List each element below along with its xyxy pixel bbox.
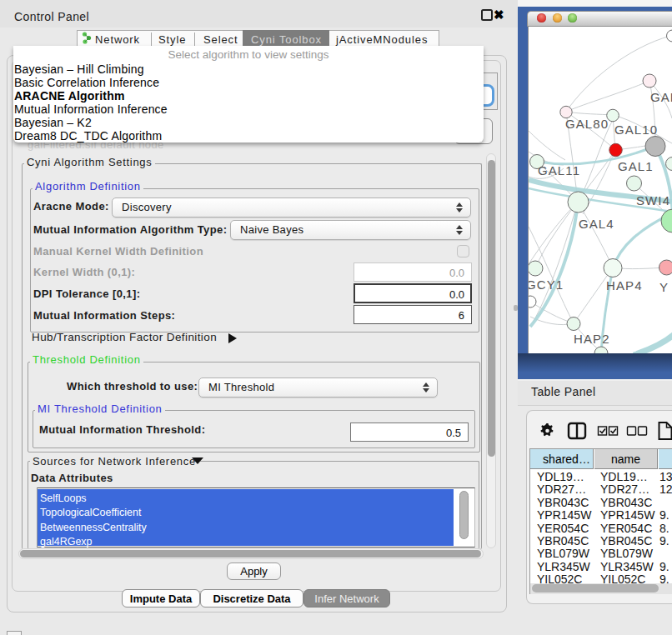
svg-text:GAL10: GAL10 — [614, 122, 658, 137]
svg-text:HAP4: HAP4 — [606, 278, 643, 292]
svg-text:GCY1: GCY1 — [529, 278, 564, 292]
svg-text:GAL: GAL — [650, 90, 672, 104]
svg-text:Y: Y — [659, 280, 669, 294]
svg-text:GAL1: GAL1 — [618, 159, 654, 173]
svg-text:GAL80: GAL80 — [565, 117, 609, 131]
svg-text:GAL4: GAL4 — [579, 217, 614, 231]
svg-text:SWI4: SWI4 — [636, 193, 670, 208]
svg-text:HAP2: HAP2 — [574, 332, 610, 346]
svg-text:GAL11: GAL11 — [538, 163, 580, 178]
